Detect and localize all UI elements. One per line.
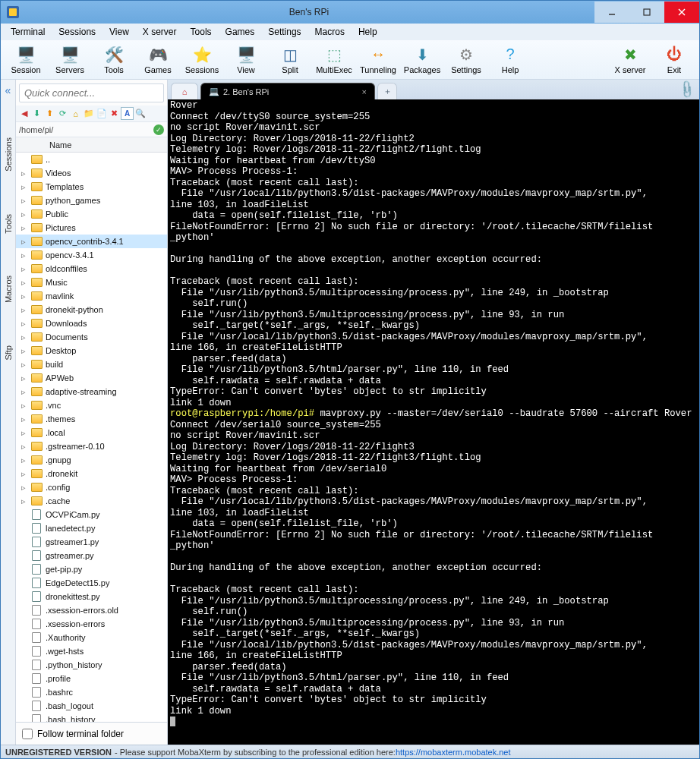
- file-row[interactable]: ▹Downloads: [16, 317, 167, 330]
- search-icon[interactable]: 🔍: [134, 107, 147, 120]
- toolbar-games[interactable]: 🎮Games: [136, 41, 180, 79]
- file-row[interactable]: .Xauthority: [16, 631, 167, 644]
- file-row[interactable]: .wget-hsts: [16, 644, 167, 658]
- window-title: Ben's RPi: [24, 7, 594, 17]
- nav-back-icon[interactable]: ◀: [17, 107, 30, 120]
- new-file-icon[interactable]: 📄: [95, 107, 108, 120]
- minimize-button[interactable]: [594, 2, 629, 23]
- file-row[interactable]: gstreamer1.py: [16, 535, 167, 549]
- file-row[interactable]: ▹Desktop: [16, 344, 167, 357]
- toolbar-packages[interactable]: ⬇Packages: [400, 41, 444, 79]
- file-row[interactable]: ▹.themes: [16, 412, 167, 426]
- toolbar-label: Session: [11, 65, 40, 74]
- file-row[interactable]: ▹Documents: [16, 330, 167, 344]
- follow-terminal-row[interactable]: Follow terminal folder: [16, 722, 167, 745]
- file-row[interactable]: EdgeDetect15.py: [16, 576, 167, 590]
- file-row[interactable]: ▹.local: [16, 426, 167, 439]
- new-folder-icon[interactable]: 📁: [82, 107, 95, 120]
- file-row[interactable]: ▹dronekit-python: [16, 303, 167, 317]
- quick-connect-input[interactable]: [19, 83, 164, 102]
- file-row[interactable]: ▹.config: [16, 480, 167, 494]
- file-row[interactable]: lanedetect.py: [16, 521, 167, 535]
- file-row[interactable]: get-pip.py: [16, 562, 167, 576]
- menu-help[interactable]: Help: [353, 24, 383, 39]
- status-message: - Please support MobaXterm by subscribin…: [115, 748, 396, 757]
- toolbar-tunneling[interactable]: ↔Tunneling: [356, 41, 400, 79]
- menu-x-server[interactable]: X server: [137, 24, 182, 39]
- close-button[interactable]: [664, 2, 699, 23]
- menu-terminal[interactable]: Terminal: [5, 24, 50, 39]
- home-folder-icon[interactable]: ⌂: [69, 107, 82, 120]
- follow-terminal-checkbox[interactable]: [22, 729, 33, 739]
- menu-tools[interactable]: Tools: [185, 24, 217, 39]
- file-row[interactable]: .xsession-errors: [16, 617, 167, 631]
- file-row[interactable]: .xsession-errors.old: [16, 603, 167, 617]
- vtab-sessions[interactable]: Sessions: [2, 134, 14, 175]
- file-row[interactable]: gstreamer.py: [16, 549, 167, 562]
- file-row[interactable]: ▹.cache: [16, 494, 167, 508]
- folder-icon: [30, 401, 43, 410]
- file-row[interactable]: ▹opencv-3.4.1: [16, 248, 167, 262]
- tab-close-icon[interactable]: ×: [362, 87, 367, 96]
- file-row[interactable]: ▹Pictures: [16, 221, 167, 235]
- vtab-tools[interactable]: Tools: [2, 211, 14, 237]
- file-row[interactable]: ▹Public: [16, 207, 167, 221]
- collapse-sidebar-icon[interactable]: «: [4, 83, 13, 98]
- toolbar-exit[interactable]: ⏻Exit: [652, 41, 696, 79]
- delete-icon[interactable]: ✖: [108, 107, 121, 120]
- toolbar-help[interactable]: ?Help: [488, 41, 532, 79]
- vtab-sftp[interactable]: Sftp: [2, 342, 14, 364]
- menu-view[interactable]: View: [104, 24, 134, 39]
- file-row[interactable]: ▹Music: [16, 276, 167, 289]
- file-row[interactable]: ▹Videos: [16, 166, 167, 180]
- file-row[interactable]: .bashrc: [16, 685, 167, 699]
- file-row[interactable]: ▹.dronekit: [16, 467, 167, 480]
- menu-sessions[interactable]: Sessions: [53, 24, 101, 39]
- file-row[interactable]: .bash_history: [16, 713, 167, 722]
- status-link[interactable]: https://mobaxterm.mobatek.net: [396, 748, 511, 757]
- tab-active[interactable]: 💻 2. Ben's RPi ×: [200, 83, 375, 99]
- file-row[interactable]: ▹mavlink: [16, 289, 167, 303]
- file-tree[interactable]: ..▹Videos▹Templates▹python_games▹Public▹…: [16, 153, 167, 722]
- file-row[interactable]: ▹opencv_contrib-3.4.1: [16, 235, 167, 248]
- toolbar-settings[interactable]: ⚙Settings: [444, 41, 488, 79]
- toolbar-servers[interactable]: 🖥️Servers: [48, 41, 92, 79]
- file-row[interactable]: ▹oldconffiles: [16, 262, 167, 276]
- file-row[interactable]: dronekittest.py: [16, 590, 167, 603]
- maximize-button[interactable]: [629, 2, 664, 23]
- file-row[interactable]: .profile: [16, 672, 167, 685]
- tab-home[interactable]: ⌂: [171, 83, 198, 99]
- file-row[interactable]: ▹Templates: [16, 180, 167, 194]
- refresh-icon[interactable]: ⟳: [56, 107, 69, 120]
- file-row[interactable]: ▹APWeb: [16, 371, 167, 385]
- toolbar-session[interactable]: 🖥️Session: [4, 41, 48, 79]
- file-row[interactable]: ▹.gnupg: [16, 453, 167, 467]
- sftp-path[interactable]: /home/pi/ ✓: [16, 122, 167, 137]
- vtab-macros[interactable]: Macros: [2, 272, 14, 306]
- paperclip-icon[interactable]: 📎: [676, 80, 698, 99]
- file-row[interactable]: ▹.vnc: [16, 398, 167, 412]
- upload-icon[interactable]: ⬆: [43, 107, 56, 120]
- toolbar-sessions[interactable]: ⭐Sessions: [180, 41, 224, 79]
- download-icon[interactable]: ⬇: [30, 107, 43, 120]
- toolbar-split[interactable]: ◫Split: [268, 41, 312, 79]
- menu-macros[interactable]: Macros: [310, 24, 350, 39]
- tab-new[interactable]: ＋: [377, 83, 397, 99]
- file-row[interactable]: ▹python_games: [16, 194, 167, 207]
- list-header-name[interactable]: Name: [16, 137, 167, 153]
- menu-games[interactable]: Games: [220, 24, 260, 39]
- file-row[interactable]: .bash_logout: [16, 699, 167, 713]
- file-row[interactable]: OCVPiCam.py: [16, 508, 167, 521]
- toolbar-view[interactable]: 🖥️View: [224, 41, 268, 79]
- terminal-output[interactable]: Rover Connect /dev/ttyS0 source_system=2…: [168, 99, 699, 745]
- file-row[interactable]: ▹build: [16, 357, 167, 371]
- file-row[interactable]: .python_history: [16, 658, 167, 672]
- toolbar-x server[interactable]: ✖X server: [608, 41, 652, 79]
- menu-settings[interactable]: Settings: [263, 24, 306, 39]
- file-row[interactable]: ▹.gstreamer-0.10: [16, 439, 167, 453]
- file-row[interactable]: ▹adaptive-streaming: [16, 385, 167, 398]
- toolbar-tools[interactable]: 🛠️Tools: [92, 41, 136, 79]
- toolbar-multiexec[interactable]: ⬚MultiExec: [312, 41, 356, 79]
- letter-icon[interactable]: A: [121, 107, 134, 120]
- file-row[interactable]: ..: [16, 153, 167, 166]
